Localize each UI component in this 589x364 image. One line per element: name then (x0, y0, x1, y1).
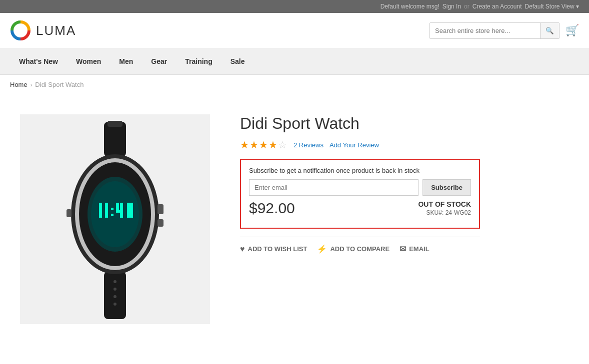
svg-point-7 (114, 303, 116, 306)
rating-row: ★★★★☆ 2 Reviews Add Your Review (240, 139, 579, 151)
nav-item-training[interactable]: Training (176, 48, 221, 74)
header-right: 🔍 🛒 (430, 22, 579, 39)
star-rating: ★★★★☆ (240, 139, 288, 151)
reviews-link[interactable]: 2 Reviews (294, 141, 324, 149)
svg-rect-15 (111, 208, 114, 210)
nav-item-gear[interactable]: Gear (142, 48, 176, 74)
sku-value: 24-WG02 (446, 209, 471, 216)
svg-rect-24 (158, 204, 164, 214)
nav-item-women[interactable]: Women (67, 48, 110, 74)
svg-rect-17 (116, 203, 119, 210)
create-account-link[interactable]: Create an Account (472, 3, 522, 10)
product-price: $92.00 (249, 200, 295, 217)
compare-icon: ⚡ (317, 244, 327, 254)
breadcrumb: Home › Didi Sport Watch (0, 75, 589, 94)
top-bar: Default welcome msg! Sign In or Create a… (0, 0, 589, 13)
email-icon: ✉ (400, 244, 406, 254)
nav-item-men[interactable]: Men (110, 48, 142, 74)
sign-in-link[interactable]: Sign In (442, 3, 461, 10)
stock-notification-box: Subscribe to get a notification once pro… (240, 159, 480, 229)
add-to-wishlist-button[interactable]: ♥ ADD TO WISH LIST (240, 245, 307, 254)
add-to-compare-button[interactable]: ⚡ ADD TO COMPARE (317, 244, 390, 254)
nav-item-sale[interactable]: Sale (222, 48, 254, 74)
email-button[interactable]: ✉ EMAIL (400, 244, 429, 254)
breadcrumb-chevron: › (30, 82, 32, 88)
watch-illustration (30, 117, 200, 322)
sku: SKU#: 24-WG02 (418, 209, 471, 216)
product-title: Didi Sport Watch (240, 114, 579, 133)
email-subscribe-row: Subscribe (249, 179, 471, 196)
search-button[interactable]: 🔍 (540, 23, 559, 38)
logo[interactable]: LUMA (10, 20, 76, 41)
svg-rect-1 (104, 122, 126, 157)
svg-point-5 (114, 288, 116, 291)
product-details: Didi Sport Watch ★★★★☆ 2 Reviews Add You… (240, 104, 579, 324)
product-area: Didi Sport Watch ★★★★☆ 2 Reviews Add You… (0, 94, 589, 344)
action-row: ♥ ADD TO WISH LIST ⚡ ADD TO COMPARE ✉ EM… (240, 244, 480, 254)
luma-logo-icon (10, 20, 31, 41)
notify-text: Subscribe to get a notification once pro… (249, 167, 471, 174)
breadcrumb-current: Didi Sport Watch (35, 81, 84, 88)
header: LUMA 🔍 🛒 (0, 13, 589, 48)
svg-rect-14 (105, 203, 108, 218)
svg-point-4 (114, 280, 116, 283)
out-of-stock-label: OUT OF STOCK (418, 200, 471, 208)
svg-rect-26 (66, 209, 72, 217)
product-image-area (10, 104, 220, 324)
chevron-down-icon: ▾ (576, 3, 579, 10)
nav-item-whats-new[interactable]: What's New (10, 48, 67, 74)
search-bar: 🔍 (430, 22, 560, 39)
price-stock-row: $92.00 OUT OF STOCK SKU#: 24-WG02 (249, 200, 471, 217)
search-icon: 🔍 (546, 27, 554, 34)
divider (240, 237, 480, 237)
stock-sku-area: OUT OF STOCK SKU#: 24-WG02 (418, 200, 471, 216)
search-input[interactable] (430, 23, 540, 38)
svg-rect-25 (158, 219, 164, 227)
email-input[interactable] (249, 179, 418, 196)
breadcrumb-home[interactable]: Home (10, 81, 28, 88)
or-separator: or (464, 3, 470, 10)
svg-rect-22 (127, 203, 133, 206)
logo-text: LUMA (36, 23, 76, 38)
svg-rect-19 (120, 203, 123, 218)
heart-icon: ♥ (240, 245, 245, 254)
sku-label: SKU#: (426, 209, 444, 216)
svg-rect-2 (108, 121, 122, 127)
cart-icon[interactable]: 🛒 (566, 24, 579, 37)
main-nav: What's New Women Men Gear Training Sale (0, 48, 589, 75)
add-review-link[interactable]: Add Your Review (330, 141, 379, 149)
product-image (20, 114, 210, 324)
store-view[interactable]: Default Store View ▾ (524, 3, 579, 10)
svg-rect-13 (99, 203, 102, 218)
svg-rect-16 (111, 214, 114, 216)
welcome-message: Default welcome msg! (380, 3, 440, 10)
subscribe-button[interactable]: Subscribe (422, 179, 471, 196)
svg-rect-23 (127, 210, 133, 213)
svg-point-6 (114, 295, 116, 298)
